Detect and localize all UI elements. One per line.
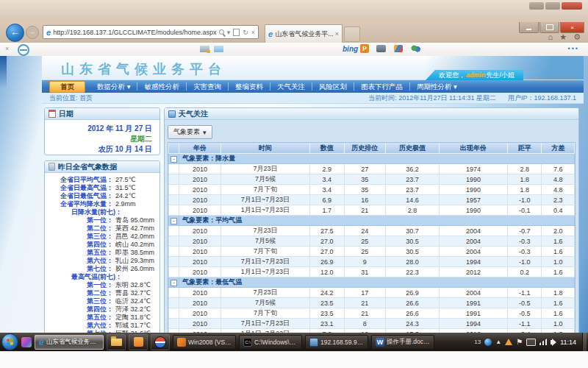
table-row[interactable]: 20107月下旬3.43523.719901.84.8 xyxy=(169,185,575,195)
table-row[interactable]: 20107月5候3.43523.719901.84.8 xyxy=(169,174,575,185)
minimize-button[interactable] xyxy=(519,22,539,33)
menu-item[interactable]: 灾害查询 xyxy=(187,82,229,91)
table-cell: 36.2 xyxy=(386,164,440,174)
table-cell: 2010 xyxy=(179,226,221,236)
table-row[interactable]: 20101月1日~7月23日12.03122.320120.21.6 xyxy=(169,267,575,277)
refresh-icon[interactable]: ↻ xyxy=(243,29,248,36)
collapse-icon[interactable]: - xyxy=(171,156,177,163)
table-row[interactable]: 20107月5候23.52126.61991-0.51.6 xyxy=(169,298,575,308)
letter-icon[interactable] xyxy=(214,46,223,52)
table-cell: 1990 xyxy=(439,185,507,195)
mail-card-icon[interactable] xyxy=(200,46,209,52)
table-cell: 2004 xyxy=(439,247,507,257)
back-button[interactable]: ← xyxy=(6,24,24,42)
forward-button[interactable]: → xyxy=(26,26,39,39)
favorites-star-icon[interactable]: ★ xyxy=(559,32,567,42)
close-button[interactable]: × xyxy=(560,22,584,33)
toolbar-logo-icon[interactable] xyxy=(18,44,29,56)
taskbar-window-button[interactable]: Win2008 (VS2... xyxy=(173,335,236,350)
people-icon[interactable] xyxy=(411,45,420,52)
table-row[interactable]: 20107月23日24.21726.92004-1.11.8 xyxy=(169,288,575,298)
paint-icon[interactable] xyxy=(394,45,403,52)
toolbar-close-icon[interactable]: × xyxy=(5,46,9,52)
close-icon[interactable] xyxy=(562,2,582,10)
table-header-row: 年份时间数值历史排位历史极值出现年份距平方差 xyxy=(169,143,575,154)
menu-item[interactable]: 数据分析 ▾ xyxy=(90,82,137,91)
table-cell: -0.3 xyxy=(507,236,542,247)
new-tab-button[interactable] xyxy=(344,26,360,42)
display-icon[interactable] xyxy=(526,339,536,346)
table-cell: 22.3 xyxy=(386,267,440,277)
page-content: 日期 2012 年 11 月 27 日 星期二 农历 10 月 14 日 壬辰 … xyxy=(42,104,584,333)
table-cell: 1月1日~7月23日 xyxy=(220,205,309,216)
column-header: 出现年份 xyxy=(439,143,507,154)
action-center-flag-icon[interactable]: ⚑ xyxy=(516,339,523,346)
volume-icon[interactable] xyxy=(551,340,553,344)
dropdown-arrow-icon[interactable]: ▾ xyxy=(227,29,231,36)
tray-expand-icon[interactable]: ▲ xyxy=(495,339,501,345)
taskbar-ie-button[interactable]: e 山东省气候业务平... xyxy=(35,335,104,350)
tray-clock[interactable]: 11:14 xyxy=(560,339,576,346)
element-filter-button[interactable]: 气象要素 ▾ xyxy=(168,125,212,139)
table-cell: 23.7 xyxy=(386,174,440,185)
table-row[interactable]: 20107月下旬27.02530.52004-0.31.6 xyxy=(169,247,575,257)
stop-icon[interactable]: × xyxy=(251,29,255,36)
quick-launch-icon[interactable] xyxy=(21,337,32,347)
table-cell: 7月下旬 xyxy=(220,308,309,319)
minimize-icon[interactable] xyxy=(529,2,544,10)
menu-item[interactable]: 整编资料 xyxy=(229,82,270,91)
show-desktop-button[interactable] xyxy=(582,333,587,351)
p-app-icon[interactable]: P xyxy=(360,44,369,53)
camera-icon[interactable] xyxy=(376,45,386,52)
menu-item[interactable]: 图表下行产品 xyxy=(354,82,410,91)
more-tools-icon[interactable]: ••• xyxy=(568,45,579,52)
browser-tab[interactable]: e 山东省气候业务平... × xyxy=(265,24,343,43)
menu-item[interactable]: 首页 xyxy=(49,81,85,93)
group-row[interactable]: -气象要素：降水量 xyxy=(169,154,575,164)
table-row[interactable]: 20107月下旬23.52126.61991-0.51.6 xyxy=(169,308,575,319)
taskbar-window-button[interactable]: 192.168.59.99... xyxy=(305,335,368,350)
bing-logo[interactable]: bing xyxy=(343,45,358,53)
menu-item[interactable]: 风险区划 xyxy=(312,82,354,91)
compatibility-view-icon[interactable] xyxy=(233,29,240,36)
browser-navbar: ← → e http://192.168.137.1/GLCCLIMATE/mo… xyxy=(0,22,588,43)
group-row[interactable]: -气象要素：平均气温 xyxy=(169,216,575,226)
rank-value: 东明 32.8℃ xyxy=(113,281,151,289)
tab-favicon: e xyxy=(268,29,273,38)
taskbar-media-button[interactable] xyxy=(151,334,170,350)
table-row[interactable]: 20107月5候27.02530.52004-0.31.6 xyxy=(169,236,575,247)
taskbar-window-button[interactable]: C:\Windows\s... xyxy=(239,335,302,350)
taskbar-app-button[interactable] xyxy=(129,334,148,350)
address-bar[interactable]: e http://192.168.137.1/GLCCLIMATE/module… xyxy=(43,25,259,39)
table-cell: 1.6 xyxy=(542,298,575,308)
search-icon[interactable] xyxy=(219,29,224,35)
table-row[interactable]: 20107月1日~7月23日26.9928.01994-1.01.0 xyxy=(169,257,575,267)
menu-item[interactable]: 敏感性分析 xyxy=(137,82,187,91)
start-button[interactable] xyxy=(1,333,18,350)
home-icon[interactable]: ⌂ xyxy=(548,32,553,42)
table-row[interactable]: 20107月23日27.52430.72004-0.72.0 xyxy=(169,226,575,236)
table-row[interactable]: 20107月23日2.92736.219742.87.6 xyxy=(169,164,575,174)
table-cell: 0.2 xyxy=(507,267,542,277)
url-text[interactable]: http://192.168.137.1/GLCCLIMATE/modules/… xyxy=(53,29,219,36)
media-player-icon xyxy=(154,336,166,348)
site-banner: 山东省气候业务平台 欢迎您，admin 先生/小姐 xyxy=(42,56,584,80)
collapse-icon[interactable]: - xyxy=(171,218,177,224)
table-row[interactable]: 20107月1日~7月23日23.1824.31994-1.11.0 xyxy=(169,319,575,329)
menu-item[interactable]: 周期性分析 ▾ xyxy=(410,82,464,91)
messenger-icon[interactable] xyxy=(484,339,492,346)
settings-gear-icon[interactable]: ⚙ xyxy=(573,32,581,42)
collapse-icon[interactable]: - xyxy=(171,280,177,286)
security-alert-icon[interactable] xyxy=(505,339,512,345)
tab-close-icon[interactable]: × xyxy=(335,30,339,38)
maximize-button[interactable] xyxy=(539,22,559,33)
group-row[interactable]: -气象要素：最低气温 xyxy=(169,277,575,288)
network-icon[interactable] xyxy=(539,339,547,345)
taskbar-explorer-button[interactable] xyxy=(107,334,126,350)
table-cell: 2010 xyxy=(179,319,221,329)
maximize-icon[interactable] xyxy=(545,2,560,10)
taskbar-window-button[interactable]: 操作手册.docx ... xyxy=(371,335,434,350)
table-row[interactable]: 20107月1日~7月23日6.91614.61957-1.02.3 xyxy=(169,195,575,205)
table-row[interactable]: 20101月1日~7月23日1.7212.81990-0.10.4 xyxy=(169,205,575,216)
menu-item[interactable]: 天气关注 xyxy=(270,82,312,91)
